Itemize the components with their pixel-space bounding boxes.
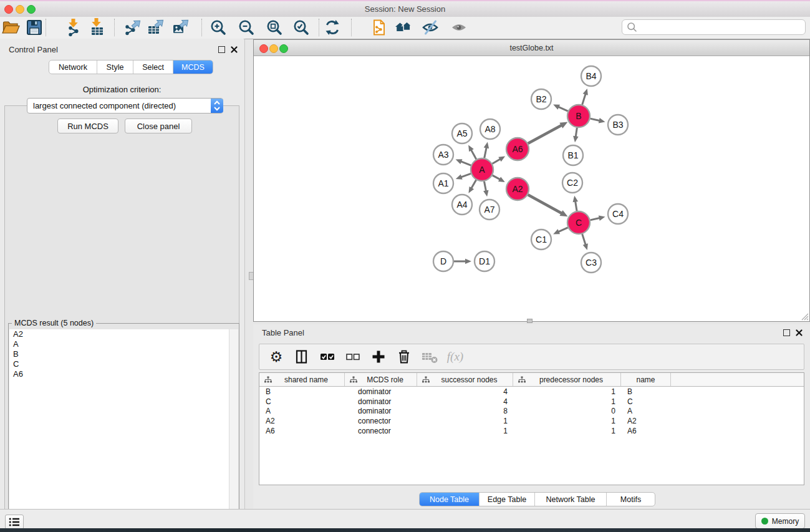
tab-edge-table[interactable]: Edge Table (479, 493, 534, 506)
search-box[interactable] (622, 19, 806, 35)
column-header-successor-nodes[interactable]: successor nodes (417, 373, 513, 386)
table-cell[interactable]: 4 (417, 387, 513, 396)
table-cell[interactable]: C (259, 397, 345, 406)
graph-node-B1[interactable]: B1 (563, 145, 583, 165)
memory-button[interactable]: Memory (755, 513, 805, 529)
table-cell[interactable]: dominator (345, 397, 417, 406)
add-column-button[interactable] (369, 347, 388, 366)
graph-node-A8[interactable]: A8 (480, 119, 500, 139)
close-table-panel-icon[interactable] (796, 329, 803, 336)
search-input[interactable] (640, 21, 805, 34)
import-table-button[interactable] (87, 17, 107, 37)
graph-node-A7[interactable]: A7 (480, 200, 499, 220)
graph-node-A5[interactable]: A5 (452, 123, 472, 143)
table-cell[interactable]: 4 (417, 397, 513, 406)
function-builder-button[interactable]: f(x) (446, 347, 465, 366)
hide-graphics-details-button[interactable] (449, 17, 469, 37)
zoom-out-button[interactable] (236, 17, 256, 37)
delete-column-button[interactable] (395, 347, 413, 366)
graph-node-A2[interactable]: A2 (506, 178, 529, 200)
graph-node-D[interactable]: D (433, 251, 453, 271)
table-row[interactable]: Bdominator41B (259, 387, 804, 397)
graph-node-C3[interactable]: C3 (581, 253, 601, 273)
graph-node-A6[interactable]: A6 (506, 138, 529, 160)
refresh-layout-button[interactable] (322, 17, 342, 37)
optimization-criterion-select[interactable]: largest connected component (directed) (27, 98, 223, 114)
resize-grip-icon[interactable] (801, 312, 809, 321)
graph-node-C4[interactable]: C4 (608, 204, 628, 224)
result-scrollbar[interactable] (229, 329, 238, 532)
table-row[interactable]: A2connector11A2 (259, 416, 804, 426)
table-cell[interactable]: 8 (417, 407, 513, 415)
column-visibility-button[interactable] (292, 347, 311, 366)
table-cell[interactable]: connector (345, 417, 417, 425)
graph-node-C[interactable]: C (567, 211, 590, 234)
table-cell[interactable]: connector (345, 427, 417, 435)
table-cell[interactable]: A2 (621, 417, 671, 425)
table-cell[interactable]: A6 (259, 427, 345, 435)
graph-node-C2[interactable]: C2 (562, 173, 582, 193)
close-panel-icon[interactable] (231, 46, 238, 53)
export-table-button[interactable] (146, 17, 166, 37)
graph-node-B2[interactable]: B2 (531, 89, 551, 109)
tab-node-table[interactable]: Node Table (420, 493, 479, 506)
open-file-button[interactable] (1, 17, 21, 37)
table-cell[interactable]: dominator (345, 407, 417, 415)
graph-node-A3[interactable]: A3 (433, 145, 453, 165)
run-mcds-button[interactable]: Run MCDS (57, 118, 118, 133)
table-row[interactable]: Cdominator41C (259, 397, 804, 407)
delete-table-button[interactable] (420, 347, 439, 366)
graph-node-B[interactable]: B (567, 105, 590, 127)
graph-node-A[interactable]: A (471, 158, 493, 181)
table-cell[interactable]: B (621, 387, 671, 396)
float-panel-icon[interactable] (218, 46, 225, 53)
new-network-from-selection-button[interactable] (369, 17, 389, 37)
first-neighbors-button[interactable] (393, 17, 413, 37)
table-cell[interactable]: 1 (513, 417, 621, 425)
graph-node-A4[interactable]: A4 (452, 195, 472, 215)
table-cell[interactable]: 1 (513, 427, 621, 435)
graph-node-B3[interactable]: B3 (608, 115, 628, 135)
tab-network[interactable]: Network (49, 60, 97, 74)
tab-mcds[interactable]: MCDS (173, 60, 213, 74)
select-all-button[interactable] (318, 347, 337, 366)
zoom-fit-button[interactable] (264, 17, 284, 37)
show-graphics-details-button[interactable] (420, 17, 440, 37)
column-header-predecessor-nodes[interactable]: predecessor nodes (513, 373, 621, 386)
tab-network-table[interactable]: Network Table (534, 493, 606, 506)
column-header-name[interactable]: name (621, 373, 671, 386)
table-row[interactable]: Adominator80A (259, 407, 804, 417)
table-cell[interactable]: 1 (417, 427, 513, 435)
table-cell[interactable]: 1 (417, 417, 513, 425)
export-image-button[interactable] (171, 17, 191, 37)
export-network-button[interactable] (123, 17, 143, 37)
deselect-all-button[interactable] (344, 347, 362, 366)
table-cell[interactable]: A2 (259, 417, 345, 425)
window-bottom-handle[interactable] (527, 319, 533, 323)
close-panel-button[interactable]: Close panel (125, 118, 192, 133)
save-session-button[interactable] (24, 17, 44, 37)
table-cell[interactable]: 1 (513, 387, 621, 396)
column-header-MCDS-role[interactable]: MCDS role (345, 373, 417, 386)
column-header-shared-name[interactable]: shared name (259, 373, 345, 386)
tab-style[interactable]: Style (97, 60, 133, 74)
table-cell[interactable]: A (259, 407, 345, 415)
zoom-selected-button[interactable] (291, 17, 311, 37)
table-cell[interactable]: A (621, 407, 671, 415)
graph-node-A1[interactable]: A1 (433, 173, 453, 193)
graph-node-B4[interactable]: B4 (581, 66, 601, 86)
table-cell[interactable]: B (259, 387, 345, 396)
tab-select[interactable]: Select (133, 60, 173, 74)
table-cell[interactable]: dominator (345, 387, 417, 396)
float-table-panel-icon[interactable] (783, 329, 790, 336)
table-mode-button[interactable]: ⚙ (267, 347, 286, 366)
table-row[interactable]: A6connector11A6 (259, 426, 804, 436)
table-cell[interactable]: C (621, 397, 671, 406)
show-panels-button[interactable] (5, 515, 24, 530)
table-cell[interactable]: 1 (513, 397, 621, 406)
table-cell[interactable]: 0 (513, 407, 621, 415)
tab-motifs[interactable]: Motifs (606, 493, 655, 506)
zoom-in-button[interactable] (208, 17, 228, 37)
graph-node-D1[interactable]: D1 (475, 251, 494, 271)
table-cell[interactable]: A6 (621, 427, 671, 435)
